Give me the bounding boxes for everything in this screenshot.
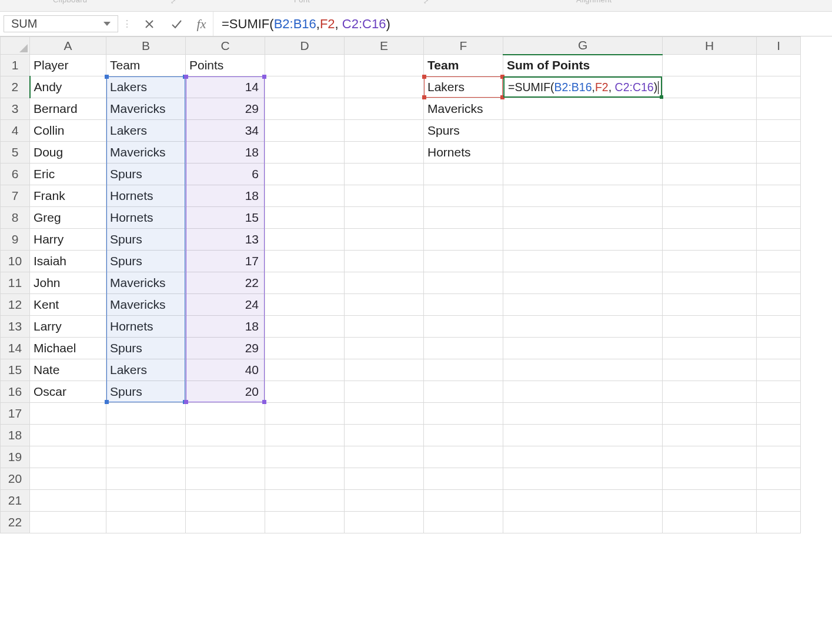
cell[interactable] (30, 446, 106, 468)
cell[interactable] (265, 76, 345, 98)
cell[interactable] (345, 381, 424, 403)
cell[interactable] (186, 468, 265, 490)
cell[interactable] (424, 468, 503, 490)
cell[interactable] (424, 425, 503, 446)
cell[interactable]: Eric (30, 163, 106, 185)
cell[interactable] (663, 55, 757, 76)
cell[interactable] (757, 185, 801, 207)
cell[interactable] (503, 381, 663, 403)
cell[interactable] (503, 272, 663, 294)
row-header-14[interactable]: 14 (1, 338, 30, 359)
cell[interactable] (757, 446, 801, 468)
cell[interactable] (663, 120, 757, 142)
cell[interactable] (663, 446, 757, 468)
cell[interactable] (345, 425, 424, 446)
cell[interactable] (30, 403, 106, 425)
row-header-2[interactable]: 2 (1, 76, 30, 98)
cell[interactable]: Bernard (30, 98, 106, 120)
cell[interactable]: 40 (186, 359, 265, 381)
cell[interactable]: Mavericks (106, 98, 186, 120)
cell[interactable] (503, 512, 663, 533)
cell[interactable] (663, 272, 757, 294)
cell[interactable] (265, 294, 345, 316)
cell[interactable]: Nate (30, 359, 106, 381)
cell[interactable] (265, 490, 345, 512)
cell[interactable]: 18 (186, 142, 265, 163)
cell[interactable]: Lakers (106, 120, 186, 142)
cell[interactable]: 18 (186, 185, 265, 207)
cell[interactable]: Andy (30, 76, 106, 98)
cell[interactable] (345, 446, 424, 468)
cell[interactable] (663, 403, 757, 425)
cell[interactable]: Michael (30, 338, 106, 359)
cell[interactable] (265, 272, 345, 294)
row-header-3[interactable]: 3 (1, 98, 30, 120)
cell[interactable] (757, 338, 801, 359)
ribbon-launcher-icon[interactable]: ⤢ (171, 0, 176, 5)
cell[interactable]: Spurs (106, 338, 186, 359)
cell[interactable] (663, 512, 757, 533)
cell[interactable] (503, 207, 663, 229)
cell[interactable] (757, 425, 801, 446)
row-header-18[interactable]: 18 (1, 425, 30, 446)
cell[interactable] (503, 338, 663, 359)
cell[interactable]: 22 (186, 272, 265, 294)
cell[interactable] (663, 76, 757, 98)
cell[interactable] (663, 251, 757, 272)
col-header-F[interactable]: F (424, 37, 503, 55)
cell[interactable] (757, 142, 801, 163)
col-header-C[interactable]: C (186, 37, 265, 55)
cell[interactable] (424, 185, 503, 207)
row-header-7[interactable]: 7 (1, 185, 30, 207)
cell[interactable]: Larry (30, 316, 106, 338)
cell[interactable] (757, 272, 801, 294)
cell[interactable] (503, 251, 663, 272)
cell[interactable] (503, 425, 663, 446)
cell[interactable] (345, 142, 424, 163)
cell[interactable]: Mavericks (106, 272, 186, 294)
cell[interactable] (345, 120, 424, 142)
cell[interactable] (265, 316, 345, 338)
cell[interactable]: Lakers (106, 359, 186, 381)
col-header-E[interactable]: E (345, 37, 424, 55)
cell[interactable] (186, 425, 265, 446)
cell[interactable] (345, 76, 424, 98)
cell[interactable]: Spurs (106, 381, 186, 403)
cell[interactable] (424, 316, 503, 338)
cell[interactable] (345, 207, 424, 229)
cell[interactable]: Hornets (106, 207, 186, 229)
cell[interactable] (663, 316, 757, 338)
cell[interactable] (265, 163, 345, 185)
cell[interactable] (424, 490, 503, 512)
cell[interactable] (424, 403, 503, 425)
cell[interactable] (345, 272, 424, 294)
cell[interactable]: Mavericks (106, 294, 186, 316)
cell[interactable] (757, 98, 801, 120)
cell[interactable] (757, 229, 801, 251)
cell[interactable]: Isaiah (30, 251, 106, 272)
cell[interactable] (424, 512, 503, 533)
col-header-G[interactable]: G (503, 37, 663, 55)
cell[interactable] (345, 55, 424, 76)
cell[interactable] (30, 425, 106, 446)
chevron-down-icon[interactable] (103, 22, 111, 26)
cell[interactable]: 6 (186, 163, 265, 185)
col-header-D[interactable]: D (265, 37, 345, 55)
cell[interactable] (345, 229, 424, 251)
row-header-15[interactable]: 15 (1, 359, 30, 381)
cell[interactable] (424, 272, 503, 294)
cell[interactable] (106, 425, 186, 446)
cell[interactable] (503, 490, 663, 512)
cell[interactable]: 24 (186, 294, 265, 316)
cell[interactable] (503, 294, 663, 316)
cell[interactable] (424, 229, 503, 251)
cell[interactable] (424, 251, 503, 272)
cell[interactable]: Team (424, 55, 503, 76)
cell[interactable]: Collin (30, 120, 106, 142)
row-header-1[interactable]: 1 (1, 55, 30, 76)
cell[interactable] (424, 359, 503, 381)
cell[interactable] (663, 142, 757, 163)
row-header-20[interactable]: 20 (1, 468, 30, 490)
cancel-button[interactable] (136, 12, 163, 36)
cell[interactable] (265, 120, 345, 142)
